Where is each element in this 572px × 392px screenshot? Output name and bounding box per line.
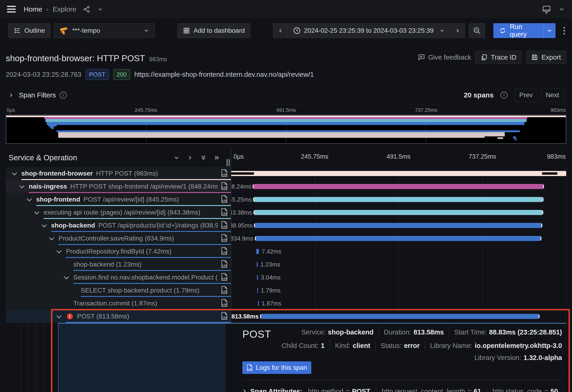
span-logs-icon[interactable]: LOG	[218, 258, 231, 270]
collapse-one-icon[interactable]	[173, 155, 180, 161]
span-row-shop-frontend-browser[interactable]: shop-frontend-browserHTTP POST (983ms)LO…	[6, 167, 231, 180]
give-feedback-link[interactable]: Give feedback	[417, 53, 471, 61]
span-bar-row[interactable]: 848.24ms	[231, 180, 566, 193]
span-row-shop-frontend[interactable]: shop-frontendPOST /api/review/[id] (845.…	[6, 193, 231, 206]
kebab-menu-icon[interactable]	[563, 27, 565, 34]
span-count-info-icon[interactable]: i	[501, 92, 508, 99]
minimap-span-bar	[47, 122, 524, 125]
span-bar-row[interactable]	[231, 167, 566, 180]
span-filters-info-icon[interactable]: i	[60, 92, 66, 99]
span-bar-row[interactable]: 1.23ms	[231, 258, 566, 271]
detail-divider	[242, 379, 562, 380]
minimap-span-bar	[6, 115, 566, 117]
breadcrumb-explore[interactable]: Explore	[53, 5, 76, 13]
span-bar-row[interactable]: 834.9ms	[231, 232, 566, 245]
span-row-shop-backend[interactable]: shop-backend (1.23ms)LOG	[6, 258, 231, 271]
chevron-down-icon[interactable]	[34, 209, 39, 214]
span-duration-bar[interactable]	[261, 314, 539, 319]
attributes-section[interactable]: Span Attributes:http.method=POSThttp.req…	[242, 385, 564, 392]
span-duration-bar[interactable]	[256, 236, 541, 241]
span-logs-icon[interactable]: LOG	[218, 284, 231, 296]
span-duration-bar[interactable]	[255, 223, 541, 228]
add-to-dashboard-button[interactable]: Add to dashboard	[177, 23, 250, 38]
span-duration-bar[interactable]	[258, 301, 259, 306]
span-row-productrepository.findbyid[interactable]: ProductRepository.findById (7.42ms)LOG	[6, 245, 231, 258]
span-duration-bar[interactable]	[254, 210, 542, 215]
span-duration-label: 813.58ms	[232, 313, 259, 320]
span-duration-bar[interactable]	[254, 184, 543, 189]
span-row-executing[interactable]: executing api route (pages) /api/review/…	[6, 206, 231, 219]
span-logs-icon[interactable]: LOG	[218, 245, 231, 257]
span-bar-row[interactable]: 845.25ms	[231, 193, 566, 206]
column-resize-handle[interactable]	[227, 159, 230, 166]
span-row-session.find[interactable]: Session.find no.nav.shopbackend.model.Pr…	[6, 271, 231, 284]
span-row-post[interactable]: !POST (813.58ms)LOG	[6, 310, 231, 323]
chevron-down-icon[interactable]	[27, 196, 32, 201]
prev-button[interactable]: Prev	[514, 89, 538, 102]
trace-minimap[interactable]: 0μs245.75ms491.5ms737.25ms983ms	[6, 106, 566, 144]
span-row-productcontroller.saverating[interactable]: ProductController.saveRating (834.9ms)LO…	[6, 232, 231, 245]
span-duration-bar[interactable]	[257, 288, 258, 293]
minimap-canvas[interactable]	[6, 115, 566, 144]
span-logs-icon[interactable]: LOG	[218, 206, 231, 218]
time-range-picker[interactable]: 2024-02-25 23:25:39 to 2024-03-03 23:25:…	[288, 23, 450, 38]
collapse-all-icon[interactable]	[200, 155, 207, 161]
nav-chevron-down-icon[interactable]	[558, 6, 565, 13]
span-filters-label[interactable]: Span Filters	[19, 91, 56, 99]
span-logs-icon[interactable]: LOG	[218, 271, 231, 283]
outline-button[interactable]: Outline	[8, 23, 50, 38]
span-row-select[interactable]: SELECT shop-backend.product (1.79ms)LOG	[6, 284, 231, 297]
span-logs-icon[interactable]: LOG	[218, 297, 231, 309]
breadcrumb-chevron-down-icon[interactable]	[97, 6, 103, 12]
span-bar-row[interactable]: 813.58ms	[231, 310, 566, 323]
expand-one-icon[interactable]	[187, 155, 193, 161]
expand-all-icon[interactable]	[214, 155, 220, 161]
run-query-button[interactable]: Run query	[493, 23, 543, 38]
monitor-icon[interactable]	[542, 5, 551, 14]
span-row-transaction.commit[interactable]: Transaction.commit (1.87ms)LOG	[6, 297, 231, 310]
span-logs-icon[interactable]: LOG	[218, 193, 231, 205]
span-logs-icon[interactable]: LOG	[218, 219, 231, 231]
menu-icon[interactable]	[7, 6, 16, 13]
minimap-ruler: 0μs245.75ms491.5ms737.25ms983ms	[6, 106, 566, 115]
time-range-back-button[interactable]	[273, 23, 288, 38]
span-bar-row[interactable]: 1.87ms	[231, 297, 566, 310]
span-row-nais-ingress[interactable]: nais-ingressHTTP POST shop-frontend /api…	[6, 180, 231, 193]
next-button[interactable]: Next	[541, 89, 564, 102]
span-duration-bar[interactable]	[257, 275, 258, 280]
span-logs-icon[interactable]: LOG	[218, 167, 231, 179]
zoom-out-button[interactable]	[469, 23, 485, 38]
export-button[interactable]: Export	[526, 50, 566, 64]
trace-id-button[interactable]: Trace ID	[475, 50, 522, 64]
chevron-right-icon[interactable]	[242, 390, 246, 392]
chevron-down-icon[interactable]	[12, 171, 17, 175]
span-duration-bar[interactable]	[256, 249, 259, 254]
time-range-forward-button[interactable]	[450, 23, 465, 38]
chevron-down-icon[interactable]	[19, 184, 24, 188]
column-divider[interactable]	[231, 148, 231, 323]
breadcrumb-home[interactable]: Home	[24, 5, 42, 13]
span-logs-icon[interactable]: LOG	[218, 180, 231, 192]
span-logs-icon[interactable]: LOG	[218, 310, 231, 322]
span-bar-row[interactable]: 1.79ms	[231, 284, 566, 297]
span-duration-bar[interactable]	[231, 171, 566, 176]
chevron-down-icon[interactable]	[49, 235, 54, 240]
share-icon[interactable]	[83, 5, 91, 13]
span-bar-row[interactable]: 843.38ms	[231, 206, 566, 219]
chevron-down-icon[interactable]	[57, 313, 62, 318]
logs-for-span-button[interactable]: LOG Logs for this span	[242, 361, 311, 374]
span-filters-expand-icon[interactable]	[8, 92, 14, 98]
span-duration-bar[interactable]	[254, 197, 542, 202]
chevron-down-icon[interactable]	[57, 249, 62, 253]
run-query-dropdown[interactable]	[543, 23, 556, 38]
chevron-down-icon[interactable]	[42, 222, 47, 227]
datasource-picker[interactable]: ***-tempo	[54, 23, 155, 38]
span-row-shop-backend[interactable]: shop-backendPOST /api/products/{id:\d+}/…	[6, 219, 231, 232]
span-logs-icon[interactable]: LOG	[218, 232, 231, 244]
span-duration-bar[interactable]	[257, 262, 258, 267]
span-bar-row[interactable]: 3.04ms	[231, 271, 566, 284]
span-bar-row[interactable]: 838.95ms	[231, 219, 566, 232]
span-bar-row[interactable]: 7.42ms	[231, 245, 566, 258]
chevron-down-icon[interactable]	[64, 274, 69, 279]
section-title[interactable]: Span Attributes:	[250, 388, 302, 392]
